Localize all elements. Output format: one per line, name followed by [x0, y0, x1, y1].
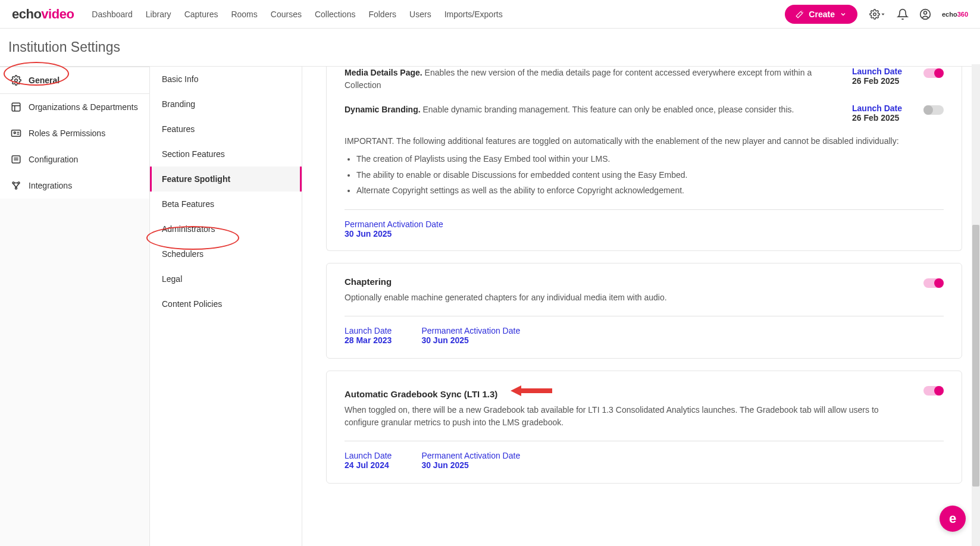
- share-nodes-icon: [11, 180, 21, 191]
- sidebar-item-roles[interactable]: Roles & Permissions: [0, 120, 149, 146]
- scrollbar-track[interactable]: [972, 64, 980, 546]
- svg-marker-1: [881, 13, 884, 15]
- launch-date-block: Launch Date 28 Mar 2023: [345, 326, 392, 345]
- nav-rooms[interactable]: Rooms: [231, 10, 257, 19]
- sidebar2-feature-spotlight[interactable]: Feature Spotlight: [150, 167, 302, 192]
- logo[interactable]: echovideo: [12, 7, 74, 22]
- card-desc: Optionally enable machine generated chap…: [345, 291, 912, 304]
- permanent-date-bar: Permanent Activation Date 30 Jun 2025: [345, 209, 944, 239]
- feature-title: Dynamic Branding.: [345, 105, 421, 114]
- chevron-down-icon: [840, 11, 847, 18]
- sidebar-secondary: Basic Info Branding Features Section Fea…: [150, 66, 302, 546]
- sidebar2-branding[interactable]: Branding: [150, 92, 302, 117]
- sidebar-item-label: General: [29, 76, 60, 85]
- sidebar2-features[interactable]: Features: [150, 117, 302, 142]
- gear-icon: [869, 9, 880, 20]
- settings-dropdown[interactable]: [869, 9, 886, 20]
- building-icon: [11, 102, 21, 112]
- sidebar2-content-policies[interactable]: Content Policies: [150, 291, 302, 316]
- card-title: Chaptering: [345, 277, 912, 287]
- nav-courses[interactable]: Courses: [271, 10, 302, 19]
- caret-down-icon: [880, 11, 886, 17]
- magic-wand-icon: [796, 10, 804, 18]
- sidebar-item-configuration[interactable]: Configuration: [0, 146, 149, 172]
- sidebar-item-label: Roles & Permissions: [29, 128, 105, 138]
- content-area[interactable]: Media Details Page. Enables the new vers…: [302, 66, 980, 546]
- top-right-controls: echo360: [857, 8, 968, 20]
- logo-part2: video: [41, 7, 74, 21]
- help-fab[interactable]: e: [940, 506, 966, 532]
- svg-point-4: [15, 79, 18, 82]
- sidebar-item-organizations[interactable]: Organizations & Departments: [0, 94, 149, 120]
- sidebar-primary: General Organizations & Departments Role…: [0, 66, 150, 546]
- sidebar-item-label: Integrations: [29, 181, 72, 190]
- sidebar2-section-features[interactable]: Section Features: [150, 142, 302, 167]
- toggle-chaptering[interactable]: [923, 278, 944, 288]
- user-circle-icon: [919, 8, 931, 20]
- scrollbar-thumb[interactable]: [972, 225, 979, 487]
- feature-row-dynamic-branding: Dynamic Branding. Enable dynamic brandin…: [345, 100, 944, 126]
- bell-icon: [897, 8, 909, 20]
- permanent-date-block: Permanent Activation Date 30 Jun 2025: [421, 326, 520, 345]
- create-button[interactable]: Create: [785, 5, 857, 24]
- top-nav: Dashboard Library Captures Rooms Courses…: [92, 10, 785, 19]
- sidebar-item-label: Configuration: [29, 155, 78, 164]
- sidebar2-legal[interactable]: Legal: [150, 266, 302, 291]
- sidebar2-administrators[interactable]: Administrators: [150, 216, 302, 241]
- e-icon: e: [949, 511, 956, 526]
- sidebar-item-label: Organizations & Departments: [29, 102, 138, 112]
- toggle-gradebook[interactable]: [923, 386, 944, 396]
- card-gradebook: Automatic Gradebook Sync (LTI 1.3) When …: [326, 371, 962, 484]
- notifications-button[interactable]: [897, 8, 909, 20]
- svg-line-19: [16, 184, 19, 187]
- nav-dashboard[interactable]: Dashboard: [92, 10, 133, 19]
- permanent-date-block: Permanent Activation Date 30 Jun 2025: [421, 451, 520, 470]
- nav-collections[interactable]: Collections: [315, 10, 355, 19]
- feature-desc: Enable dynamic branding management. This…: [422, 105, 794, 114]
- svg-point-17: [15, 187, 17, 189]
- toggle-media-details[interactable]: [923, 68, 944, 78]
- svg-marker-21: [511, 385, 552, 396]
- feature-row-media-details: Media Details Page. Enables the new vers…: [345, 66, 944, 95]
- account-button[interactable]: [919, 8, 931, 20]
- sidebar2-basic-info[interactable]: Basic Info: [150, 67, 302, 92]
- nav-library[interactable]: Library: [146, 10, 171, 19]
- toggle-dynamic-branding[interactable]: [923, 105, 944, 115]
- nav-imports-exports[interactable]: Imports/Exports: [444, 10, 503, 19]
- launch-date-block: Launch Date 24 Jul 2024: [345, 451, 392, 470]
- nav-folders[interactable]: Folders: [368, 10, 396, 19]
- id-card-icon: [11, 128, 21, 139]
- svg-point-9: [14, 132, 15, 134]
- svg-rect-5: [12, 103, 20, 111]
- svg-rect-8: [12, 130, 21, 137]
- sidebar2-schedulers[interactable]: Schedulers: [150, 241, 302, 266]
- svg-line-18: [14, 184, 17, 187]
- important-notice: IMPORTANT. The following additional feat…: [345, 134, 920, 197]
- sidebar-item-general[interactable]: General: [0, 67, 149, 94]
- logo-part1: echo: [12, 7, 41, 21]
- nav-captures[interactable]: Captures: [184, 10, 218, 19]
- card-desc: When toggled on, there will be a new Gra…: [345, 404, 912, 429]
- page-title: Institution Settings: [0, 29, 980, 66]
- create-button-label: Create: [809, 10, 835, 19]
- annotation-arrow-left: [511, 384, 552, 397]
- svg-point-3: [923, 11, 926, 14]
- nav-users[interactable]: Users: [409, 10, 431, 19]
- launch-date-block: Launch Date 26 Feb 2025: [852, 67, 912, 86]
- list-icon: [11, 154, 21, 165]
- top-bar: echovideo Dashboard Library Captures Roo…: [0, 0, 980, 29]
- sidebar2-beta-features[interactable]: Beta Features: [150, 192, 302, 216]
- card-chaptering: Chaptering Optionally enable machine gen…: [326, 263, 962, 359]
- card-title: Automatic Gradebook Sync (LTI 1.3): [345, 384, 912, 399]
- feature-title: Media Details Page.: [345, 68, 422, 77]
- svg-point-16: [18, 182, 20, 184]
- brand-echo360: echo360: [942, 11, 968, 18]
- sidebar-item-integrations[interactable]: Integrations: [0, 172, 149, 199]
- svg-point-0: [873, 12, 876, 15]
- svg-point-15: [12, 182, 14, 184]
- gear-icon: [11, 75, 21, 86]
- launch-date-block: Launch Date 26 Feb 2025: [852, 103, 912, 123]
